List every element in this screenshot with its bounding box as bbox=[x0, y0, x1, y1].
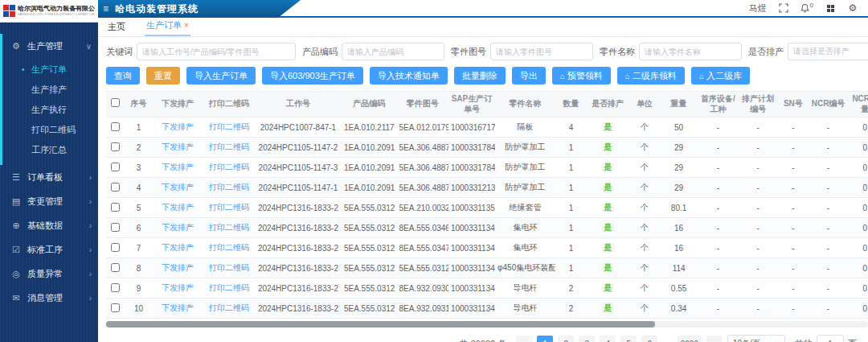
base-data-icon: ⊕ bbox=[10, 220, 22, 231]
warehouse-icon: ⌂ bbox=[625, 72, 630, 80]
reset-button[interactable]: 重置 bbox=[146, 67, 180, 84]
row-checkbox[interactable] bbox=[111, 183, 120, 192]
cell-weight: 16 bbox=[661, 238, 698, 258]
warning-material-button[interactable]: ⌂ 预警领料 bbox=[552, 67, 611, 84]
sidebar-item-production-scheduling[interactable]: 生产排产 bbox=[2, 80, 98, 100]
cell-ncr-qty: 0 bbox=[847, 158, 868, 178]
cell-weight: 114 bbox=[661, 258, 698, 278]
orders-table: 序号 下发排产 打印二维码 工作号 产品编码 零件图号 SAP生产订单号 零件名… bbox=[106, 91, 868, 319]
page-size-select[interactable]: 10条/页 ∨ bbox=[727, 335, 785, 342]
row-checkbox[interactable] bbox=[111, 243, 120, 252]
page-button-1[interactable]: 1 bbox=[537, 336, 553, 342]
dispatch-schedule-link[interactable]: 下发排产 bbox=[162, 163, 194, 171]
sidebar-item-quality-exception[interactable]: ◎ 质量异常 › bbox=[2, 262, 98, 286]
row-checkbox[interactable] bbox=[111, 283, 120, 292]
settings-gear-icon[interactable]: ⚙ bbox=[847, 2, 858, 14]
dispatch-schedule-link[interactable]: 下发排产 bbox=[162, 183, 194, 192]
print-qrcode-link[interactable]: 打印二维码 bbox=[209, 303, 249, 312]
row-checkbox[interactable] bbox=[111, 122, 120, 131]
dispatch-schedule-link[interactable]: 下发排产 bbox=[162, 263, 194, 272]
page-button-6[interactable]: 6 bbox=[641, 336, 657, 342]
print-qrcode-link[interactable]: 打印二维码 bbox=[209, 203, 249, 212]
search-button[interactable]: 查询 bbox=[106, 67, 140, 84]
sidebar-item-message-management[interactable]: ✉ 消息管理 › bbox=[2, 286, 98, 310]
row-checkbox[interactable] bbox=[111, 223, 120, 232]
page-button-5[interactable]: 5 bbox=[620, 336, 637, 342]
sidebar-item-print-qrcode[interactable]: 打印二维码 bbox=[2, 120, 98, 140]
import-tech-notice-button[interactable]: 导入技术通知单 bbox=[370, 67, 448, 84]
chevron-right-icon: › bbox=[89, 270, 92, 278]
sidebar-item-production-management[interactable]: ⚙ 生产管理 ∨ bbox=[2, 34, 98, 58]
scheduled-badge: 是 bbox=[601, 223, 614, 232]
page-button-2[interactable]: 2 bbox=[558, 336, 574, 342]
tab-close-icon[interactable]: × bbox=[184, 21, 189, 30]
dispatch-schedule-link[interactable]: 下发排产 bbox=[162, 142, 194, 151]
sidebar-item-production-orders[interactable]: • 生产订单 bbox=[2, 60, 98, 80]
select-all-checkbox[interactable] bbox=[111, 98, 120, 107]
cell-part-name: 防护罩加工 bbox=[495, 138, 555, 158]
cell-ncr-no: - bbox=[809, 198, 848, 218]
dispatch-schedule-link[interactable]: 下发排产 bbox=[162, 283, 194, 292]
cell-first-equipment: - bbox=[697, 198, 739, 218]
dispatch-schedule-link[interactable]: 下发排产 bbox=[162, 223, 194, 232]
row-checkbox[interactable] bbox=[111, 203, 120, 212]
next-page-button[interactable]: › bbox=[706, 336, 723, 342]
sidebar-item-change-management[interactable]: ▤ 变更管理 › bbox=[2, 189, 98, 213]
page-button-3699[interactable]: 3699 bbox=[678, 336, 702, 342]
fullscreen-icon[interactable] bbox=[778, 2, 789, 14]
into-secondary-store-button[interactable]: ⌂ 入二级库 bbox=[691, 67, 750, 84]
col-qty: 数量 bbox=[555, 92, 587, 117]
tab-production-orders[interactable]: 生产订单× bbox=[145, 17, 190, 36]
goto-page-input[interactable] bbox=[817, 335, 844, 342]
dispatch-schedule-link[interactable]: 下发排产 bbox=[162, 243, 194, 252]
page-button-4[interactable]: 4 bbox=[600, 336, 616, 342]
scheduled-select[interactable]: 请选择是否排产 ∨ bbox=[788, 43, 868, 60]
row-checkbox[interactable] bbox=[111, 163, 120, 171]
print-qrcode-link[interactable]: 打印二维码 bbox=[209, 263, 249, 272]
row-checkbox[interactable] bbox=[111, 303, 120, 312]
print-qrcode-link[interactable]: 打印二维码 bbox=[209, 142, 249, 151]
import-orders-button[interactable]: 导入生产订单 bbox=[186, 67, 256, 84]
user-name[interactable]: 马煜 bbox=[749, 2, 767, 14]
dispatch-schedule-link[interactable]: 下发排产 bbox=[162, 122, 194, 131]
sidebar-item-order-board[interactable]: ☰ 订单看板 › bbox=[2, 165, 98, 189]
print-qrcode-link[interactable]: 打印二维码 bbox=[209, 223, 249, 232]
print-qrcode-link[interactable]: 打印二维码 bbox=[209, 122, 249, 131]
sidebar-item-standard-process[interactable]: ☑ 标准工序 › bbox=[2, 237, 98, 262]
cell-part-no: 5EA.306.4887 bbox=[397, 178, 448, 198]
print-qrcode-link[interactable]: 打印二维码 bbox=[209, 163, 249, 171]
print-qrcode-link[interactable]: 打印二维码 bbox=[209, 283, 249, 292]
cell-first-equipment: - bbox=[697, 299, 739, 319]
horizontal-scrollbar-thumb[interactable] bbox=[106, 321, 655, 328]
prev-page-button[interactable]: ‹ bbox=[516, 336, 532, 342]
hamburger-menu-icon[interactable]: ≡ bbox=[103, 3, 108, 14]
dispatch-schedule-link[interactable]: 下发排产 bbox=[162, 203, 194, 212]
batch-delete-button[interactable]: 批量删除 bbox=[454, 67, 506, 84]
dispatch-schedule-link[interactable]: 下发排产 bbox=[162, 303, 194, 312]
part-no-input[interactable] bbox=[490, 43, 593, 60]
keyword-input[interactable] bbox=[137, 43, 296, 60]
apps-grid-icon[interactable] bbox=[825, 2, 836, 14]
row-checkbox[interactable] bbox=[111, 142, 120, 151]
table-row: 3下发排产打印二维码2024HPC1105-1147-31EA.010.2091… bbox=[106, 158, 868, 178]
table-row: 6下发排产打印二维码2024HPC1316-1833-25EA.555.0312… bbox=[106, 218, 868, 238]
print-qrcode-link[interactable]: 打印二维码 bbox=[209, 183, 249, 192]
notification-bell-icon[interactable]: 0 bbox=[800, 3, 813, 13]
sidebar-item-process-summary[interactable]: 工序汇总 bbox=[2, 140, 98, 160]
secondary-store-pick-button[interactable]: ⌂ 二级库领料 bbox=[617, 67, 685, 84]
part-name-input[interactable] bbox=[639, 43, 742, 60]
scheduled-badge: 是 bbox=[601, 163, 614, 171]
cell-first-equipment: - bbox=[697, 218, 739, 238]
row-checkbox[interactable] bbox=[111, 263, 120, 272]
tab-home[interactable]: 主页 bbox=[106, 19, 127, 36]
page-button-3[interactable]: 3 bbox=[579, 336, 595, 342]
chevron-right-icon: › bbox=[89, 294, 92, 303]
cell-weight: 29 bbox=[661, 178, 698, 198]
product-code-input[interactable] bbox=[342, 43, 444, 60]
export-button[interactable]: 导出 bbox=[512, 67, 546, 84]
cell-seq: 1 bbox=[125, 117, 153, 138]
print-qrcode-link[interactable]: 打印二维码 bbox=[209, 243, 249, 252]
import-603-903-orders-button[interactable]: 导入603/903生产订单 bbox=[262, 67, 363, 84]
sidebar-item-production-execution[interactable]: 生产执行 bbox=[2, 100, 98, 120]
sidebar-item-base-data[interactable]: ⊕ 基础数据 › bbox=[2, 213, 98, 237]
